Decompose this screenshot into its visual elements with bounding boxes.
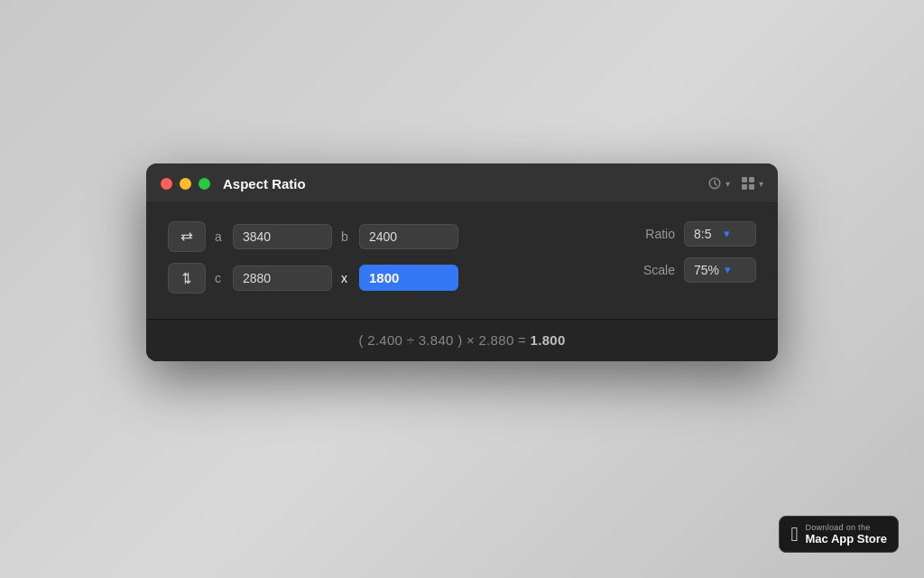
close-button[interactable] (161, 178, 172, 190)
row-1: a 3840 b 2400 (168, 221, 624, 252)
svg-rect-1 (749, 177, 754, 182)
field-b-label: b (341, 229, 352, 244)
field-c-group: c 2880 (215, 266, 332, 291)
ratio-value: 8:5 (694, 227, 718, 241)
ratio-label: Ratio (639, 227, 675, 241)
field-c-input[interactable]: 2880 (233, 266, 332, 291)
row-2: c 2880 x 1800 (168, 263, 624, 294)
history-icon (707, 176, 722, 191)
apple-logo-icon:  (790, 525, 798, 545)
swap-horizontal-icon (180, 229, 194, 244)
titlebar: Aspect Ratio ▾ ▾ (146, 163, 778, 203)
main-content: a 3840 b 2400 c 2880 x 1800 (146, 203, 778, 319)
maximize-button[interactable] (199, 178, 210, 190)
field-x-input[interactable]: 1800 (359, 265, 458, 291)
scale-dropdown[interactable]: 75% ▾ (684, 257, 756, 283)
app-store-badge[interactable]:  Download on the Mac App Store (779, 516, 899, 553)
titlebar-controls: ▾ ▾ (707, 176, 763, 191)
left-section: a 3840 b 2400 c 2880 x 1800 (168, 221, 624, 304)
field-a-group: a 3840 (215, 224, 332, 249)
window-title: Aspect Ratio (223, 176, 707, 191)
scale-value: 75% (694, 263, 719, 277)
formula-bar: ( 2.400 ÷ 3.840 ) × 2.880 = 1.800 (146, 319, 778, 361)
app-window: Aspect Ratio ▾ ▾ (146, 163, 778, 361)
ratio-control-row: Ratio 8:5 ▾ (639, 221, 756, 247)
traffic-lights (161, 178, 210, 190)
swap-vertical-icon (180, 271, 194, 285)
layout-chevron-icon: ▾ (759, 179, 763, 189)
field-x-label: x (341, 271, 352, 285)
scale-control-row: Scale 75% ▾ (639, 257, 756, 283)
badge-text-group: Download on the Mac App Store (805, 523, 887, 545)
formula-text: ( 2.400 ÷ 3.840 ) × 2.880 = 1.800 (358, 332, 565, 348)
field-c-label: c (215, 271, 226, 285)
ratio-dropdown[interactable]: 8:5 ▾ (684, 221, 756, 247)
field-b-input[interactable]: 2400 (359, 224, 458, 249)
field-a-input[interactable]: 3840 (233, 224, 332, 249)
field-a-label: a (215, 229, 226, 244)
field-b-group: b 2400 (341, 224, 458, 249)
scale-label: Scale (639, 263, 675, 277)
badge-small-text: Download on the (805, 523, 887, 532)
swap-vertical-button[interactable] (168, 263, 206, 294)
history-button[interactable]: ▾ (707, 176, 730, 191)
formula-result: 1.800 (531, 332, 566, 348)
swap-horizontal-button[interactable] (168, 221, 206, 252)
scale-dropdown-arrow-icon: ▾ (725, 263, 748, 276)
history-chevron-icon: ▾ (725, 179, 730, 189)
minimize-button[interactable] (180, 178, 191, 190)
field-x-group: x 1800 (341, 265, 458, 291)
badge-large-text: Mac App Store (805, 532, 887, 545)
svg-rect-3 (749, 184, 754, 190)
svg-rect-0 (742, 177, 747, 182)
layout-icon (741, 176, 755, 191)
right-section: Ratio 8:5 ▾ Scale 75% ▾ (639, 221, 756, 283)
layout-button[interactable]: ▾ (741, 176, 763, 191)
svg-rect-2 (742, 184, 747, 190)
ratio-dropdown-arrow-icon: ▾ (724, 227, 748, 240)
